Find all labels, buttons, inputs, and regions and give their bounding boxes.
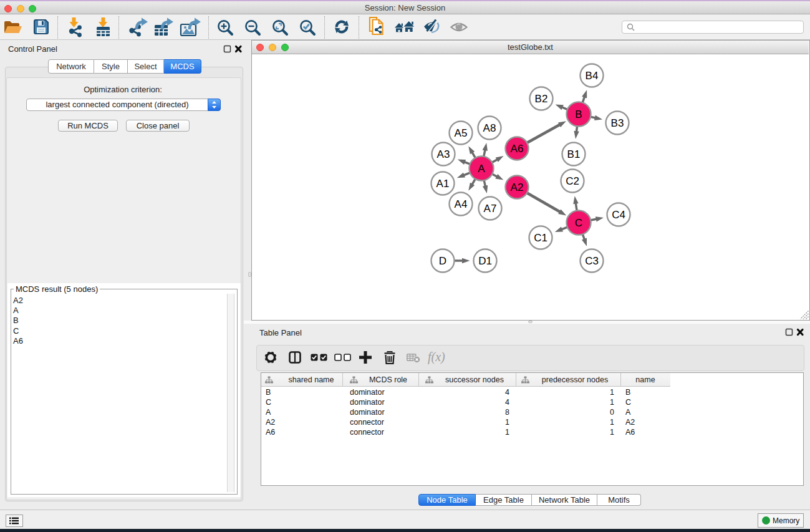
- svg-text:B3: B3: [611, 117, 624, 129]
- svg-text:A: A: [478, 163, 485, 175]
- svg-text:A3: A3: [437, 148, 450, 160]
- svg-text:A2: A2: [511, 181, 524, 193]
- svg-text:C2: C2: [566, 175, 579, 187]
- svg-text:C: C: [575, 217, 582, 229]
- svg-text:B1: B1: [567, 148, 581, 160]
- svg-text:A8: A8: [483, 122, 496, 134]
- svg-text:D: D: [439, 255, 446, 267]
- svg-text:A4: A4: [455, 198, 468, 210]
- svg-text:B2: B2: [535, 93, 548, 105]
- svg-text:C1: C1: [534, 232, 547, 244]
- svg-text:B4: B4: [586, 70, 599, 82]
- svg-text:B: B: [575, 109, 582, 120]
- svg-text:C4: C4: [612, 209, 625, 221]
- svg-text:A7: A7: [484, 203, 497, 215]
- svg-text:A1: A1: [436, 178, 450, 190]
- svg-text:D1: D1: [478, 255, 492, 267]
- svg-text:C3: C3: [585, 255, 599, 267]
- svg-text:A5: A5: [455, 127, 468, 139]
- svg-text:A6: A6: [511, 143, 524, 155]
